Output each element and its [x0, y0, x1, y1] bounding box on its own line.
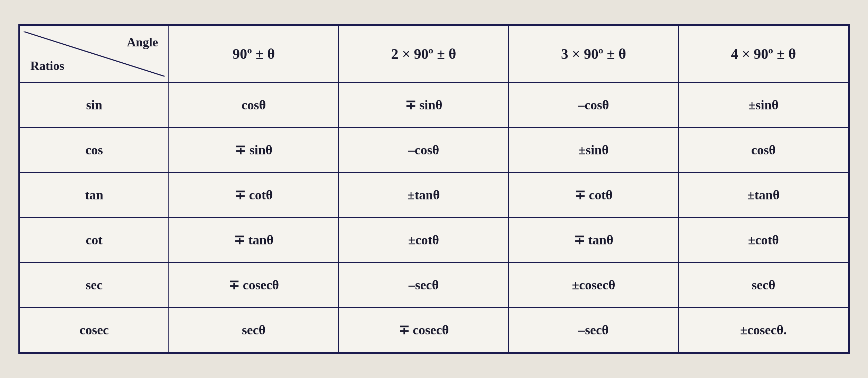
- cos-c3: ±sinθ: [509, 127, 678, 172]
- ratio-cot: cot: [20, 217, 169, 262]
- cos-c2: –cosθ: [339, 127, 508, 172]
- ratio-cos: cos: [20, 127, 169, 172]
- col2-header: 2 × 90º ± θ: [339, 26, 508, 82]
- cosec-c1: secθ: [169, 307, 339, 352]
- table-row: sin cosθ ∓ sinθ –cosθ ±sinθ: [20, 82, 849, 127]
- cot-c1: ∓ tanθ: [169, 217, 339, 262]
- header-row: Angle Ratios 90º ± θ 2 × 90º ± θ 3 × 90º…: [20, 26, 849, 82]
- trig-table: Angle Ratios 90º ± θ 2 × 90º ± θ 3 × 90º…: [19, 25, 849, 353]
- tan-c3: ∓ cotθ: [509, 172, 678, 217]
- table-row: cos ∓ sinθ –cosθ ±sinθ cosθ: [20, 127, 849, 172]
- cosec-c3: –secθ: [509, 307, 678, 352]
- cot-c2: ±cotθ: [339, 217, 508, 262]
- angle-header-label: Angle: [127, 35, 158, 50]
- ratio-header-label: Ratios: [30, 58, 64, 73]
- tan-c4: ±tanθ: [678, 172, 848, 217]
- cosec-c4: ±cosecθ.: [678, 307, 848, 352]
- cot-c4: ±cotθ: [678, 217, 848, 262]
- sin-c4: ±sinθ: [678, 82, 848, 127]
- col4-header: 4 × 90º ± θ: [678, 26, 848, 82]
- sin-c2: ∓ sinθ: [339, 82, 508, 127]
- trig-table-container: Angle Ratios 90º ± θ 2 × 90º ± θ 3 × 90º…: [18, 24, 850, 354]
- sin-c1: cosθ: [169, 82, 339, 127]
- ratio-sec: sec: [20, 262, 169, 307]
- sec-c4: secθ: [678, 262, 848, 307]
- table-row: cot ∓ tanθ ±cotθ ∓ tanθ ±cotθ: [20, 217, 849, 262]
- sec-c3: ±cosecθ: [509, 262, 678, 307]
- col3-header: 3 × 90º ± θ: [509, 26, 678, 82]
- tan-c2: ±tanθ: [339, 172, 508, 217]
- ratio-sin: sin: [20, 82, 169, 127]
- cosec-c2: ∓ cosecθ: [339, 307, 508, 352]
- sec-c2: –secθ: [339, 262, 508, 307]
- table-row: cosec secθ ∓ cosecθ –secθ ±cosecθ.: [20, 307, 849, 352]
- ratio-cosec: cosec: [20, 307, 169, 352]
- col1-header: 90º ± θ: [169, 26, 339, 82]
- diagonal-header-cell: Angle Ratios: [20, 26, 169, 82]
- cos-c4: cosθ: [678, 127, 848, 172]
- table-row: tan ∓ cotθ ±tanθ ∓ cotθ ±tanθ: [20, 172, 849, 217]
- sin-c3: –cosθ: [509, 82, 678, 127]
- tan-c1: ∓ cotθ: [169, 172, 339, 217]
- table-row: sec ∓ cosecθ –secθ ±cosecθ secθ: [20, 262, 849, 307]
- ratio-tan: tan: [20, 172, 169, 217]
- sec-c1: ∓ cosecθ: [169, 262, 339, 307]
- cot-c3: ∓ tanθ: [509, 217, 678, 262]
- cos-c1: ∓ sinθ: [169, 127, 339, 172]
